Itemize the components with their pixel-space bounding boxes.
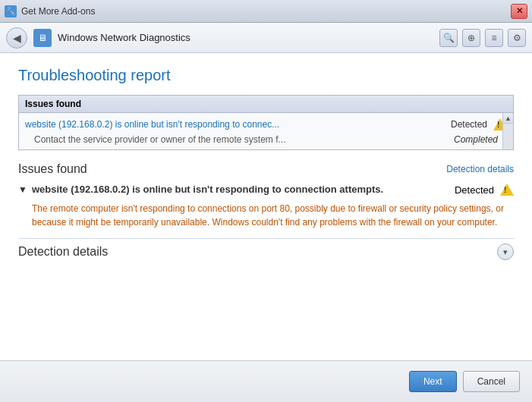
page-title: Troubleshooting report [18, 67, 514, 84]
expand-arrow-icon[interactable]: ▼ [18, 184, 27, 195]
scrollbar[interactable]: ▲ [502, 113, 513, 149]
settings-icon[interactable]: ⚙ [508, 29, 526, 47]
summary-box: Issues found website (192.168.0.2) is on… [18, 95, 514, 150]
summary-subrow-text: Contact the service provider or owner of… [34, 134, 454, 145]
title-bar-left: 🔧 Get More Add-ons [5, 5, 95, 17]
detail-section: Issues found Detection details ▼ website… [18, 162, 514, 229]
issue-warning-icon [500, 184, 514, 196]
back-button[interactable]: ◀ [6, 27, 27, 49]
chevron-down-icon[interactable]: ▾ [497, 243, 514, 260]
menu-icon[interactable]: ≡ [485, 29, 503, 47]
issue-title-left: ▼ website (192.168.0.2) is online but is… [18, 184, 449, 195]
title-bar-text: Get More Add-ons [21, 6, 95, 17]
close-button[interactable]: ✕ [511, 4, 527, 19]
issue-title-row: ▼ website (192.168.0.2) is online but is… [18, 184, 514, 196]
summary-header-label: Issues found [25, 99, 81, 109]
summary-subrow-1: Contact the service provider or owner of… [24, 133, 508, 146]
footer: Next Cancel [0, 360, 532, 402]
nav-icon: 🖥 [33, 29, 52, 47]
summary-row-1: website (192.168.0.2) is online but isn'… [24, 116, 508, 133]
issue-item: ▼ website (192.168.0.2) is online but is… [18, 184, 514, 229]
cancel-button[interactable]: Cancel [463, 371, 520, 392]
scroll-up-arrow[interactable]: ▲ [503, 113, 514, 124]
summary-status-label-1: Detected [451, 119, 487, 130]
summary-box-header: Issues found [19, 96, 513, 113]
summary-box-content: website (192.168.0.2) is online but isn'… [19, 113, 513, 149]
title-bar: 🔧 Get More Add-ons ✕ [0, 0, 532, 23]
summary-link-1[interactable]: website (192.168.0.2) is online but isn'… [25, 119, 279, 130]
summary-status-1: Detected [451, 118, 507, 130]
home-icon[interactable]: ⊕ [462, 29, 480, 47]
issue-status-label: Detected [455, 184, 494, 196]
app-icon: 🔧 [5, 5, 17, 17]
issue-title-text: website (192.168.0.2) is online but isn'… [32, 184, 383, 195]
summary-subrow-status: Completed [454, 134, 498, 145]
issue-description: The remote computer isn't responding to … [32, 202, 514, 229]
nav-right-icons: 🔍 ⊕ ≡ ⚙ [439, 29, 526, 47]
detail-header: Issues found Detection details [18, 162, 514, 176]
next-button[interactable]: Next [409, 371, 457, 392]
issue-status-cell: Detected [455, 184, 514, 196]
detection-details-link[interactable]: Detection details [446, 164, 514, 174]
nav-title: Windows Network Diagnostics [58, 32, 190, 43]
nav-bar: ◀ 🖥 Windows Network Diagnostics 🔍 ⊕ ≡ ⚙ [0, 23, 532, 53]
detection-section: Detection details ▾ [18, 238, 514, 260]
detail-header-title: Issues found [18, 162, 87, 176]
search-icon[interactable]: 🔍 [439, 29, 458, 47]
main-content: Troubleshooting report Issues found webs… [0, 53, 532, 360]
detection-section-title: Detection details [18, 245, 108, 259]
